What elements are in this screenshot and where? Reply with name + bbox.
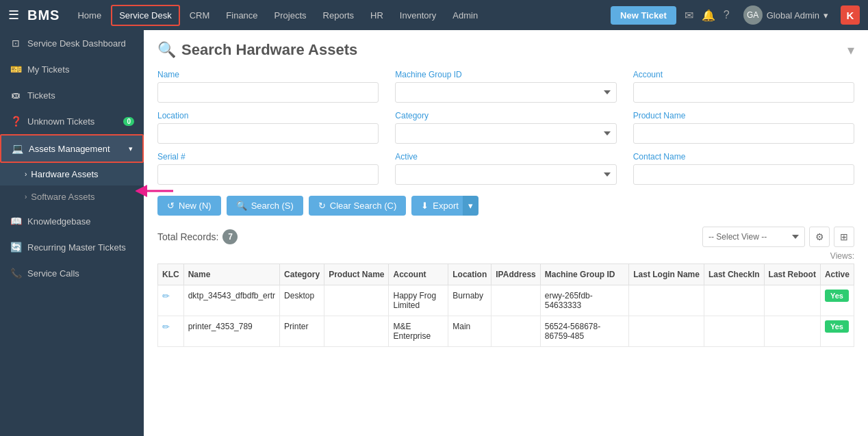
label-product-name: Product Name [633, 111, 854, 120]
select-view-dropdown[interactable]: -- Select View -- [702, 227, 805, 247]
help-icon[interactable]: ? [724, 9, 730, 21]
table-body: ✏ dktp_34543_dfbdfb_ertr Desktop Happy F… [158, 285, 854, 347]
search-header: 🔍 Search Hardware Assets ▾ [157, 41, 854, 59]
main-layout: ⊡ Service Desk Dashboard 🎫 My Tickets 🎟 … [0, 30, 868, 436]
edit-icon-2[interactable]: ✏ [162, 322, 170, 332]
select-machine-group-id[interactable] [395, 82, 616, 103]
table-row: ✏ dktp_34543_dfbdfb_ertr Desktop Happy F… [158, 285, 854, 316]
input-serial[interactable] [157, 164, 379, 185]
select-category[interactable] [395, 123, 616, 144]
view-columns-button[interactable]: ⊞ [834, 227, 854, 247]
field-account: Account [633, 70, 854, 103]
sidebar-label-assets-management: Assets Management [29, 144, 123, 154]
service-calls-icon: 📞 [10, 268, 22, 279]
collapse-button[interactable]: ▾ [847, 42, 854, 58]
hamburger-icon[interactable]: ☰ [8, 8, 19, 23]
sidebar-item-my-tickets[interactable]: 🎫 My Tickets [0, 56, 144, 82]
export-icon: ⬇ [421, 201, 429, 211]
col-active: Active [820, 264, 854, 285]
sidebar-label-unknown-tickets: Unknown Tickets [27, 116, 118, 127]
my-tickets-icon: 🎫 [10, 64, 22, 75]
cell-last-login-1 [629, 285, 704, 316]
export-button[interactable]: ⬇ Export [411, 196, 468, 216]
input-name[interactable] [157, 82, 379, 103]
total-records-badge: 7 [222, 229, 238, 244]
nav-links: Home Service Desk CRM Finance Projects R… [71, 5, 611, 26]
col-last-login-name: Last Login Name [629, 264, 704, 285]
sidebar-item-service-calls[interactable]: 📞 Service Calls [0, 260, 144, 286]
clear-search-button[interactable]: ↻ Clear Search (C) [309, 196, 407, 216]
mail-icon[interactable]: ✉ [685, 9, 693, 22]
bell-icon[interactable]: 🔔 [702, 9, 715, 22]
cell-machine-group-id-1: erwy-265fdb-54633333 [540, 285, 628, 316]
unknown-tickets-badge: 0 [123, 117, 134, 126]
cell-location-2: Main [448, 316, 492, 347]
cell-name-1: dktp_34543_dfbdfb_ertr [183, 285, 279, 316]
nav-inventory[interactable]: Inventory [393, 6, 443, 25]
main-content: 🔍 Search Hardware Assets ▾ Name Machine … [144, 30, 868, 436]
col-machine-group-id: Machine Group ID [540, 264, 628, 285]
sidebar-label-service-calls: Service Calls [27, 268, 134, 279]
view-settings-button[interactable]: ⚙ [809, 227, 830, 247]
cell-category-1: Desktop [280, 285, 324, 316]
field-active: Active [395, 152, 616, 185]
user-avatar: GA [743, 5, 763, 25]
col-category: Category [280, 264, 324, 285]
cell-last-checkin-2 [704, 316, 764, 347]
col-klc: KLC [158, 264, 184, 285]
sidebar-label-my-tickets: My Tickets [27, 64, 134, 75]
sidebar-item-hardware-assets[interactable]: › Hardware Assets [0, 163, 144, 185]
sidebar-label-dashboard: Service Desk Dashboard [27, 38, 134, 49]
sidebar: ⊡ Service Desk Dashboard 🎫 My Tickets 🎟 … [0, 30, 144, 436]
cell-last-login-2 [629, 316, 704, 347]
input-account[interactable] [633, 82, 854, 103]
nav-home[interactable]: Home [71, 6, 108, 25]
sidebar-label-software-assets: Software Assets [31, 192, 94, 202]
total-records-label: Total Records: [157, 231, 218, 242]
nav-projects[interactable]: Projects [268, 6, 314, 25]
cell-category-2: Printer [280, 316, 324, 347]
label-name: Name [157, 70, 379, 79]
sidebar-item-unknown-tickets[interactable]: ❓ Unknown Tickets 0 [0, 108, 144, 134]
user-menu[interactable]: GA Global Admin ▾ [743, 5, 828, 25]
nav-admin[interactable]: Admin [446, 6, 485, 25]
label-contact-name: Contact Name [633, 152, 854, 162]
nav-hr[interactable]: HR [363, 6, 390, 25]
sidebar-item-tickets[interactable]: 🎟 Tickets [0, 82, 144, 108]
cell-klc-2: ✏ [158, 316, 184, 347]
edit-icon-1[interactable]: ✏ [162, 291, 170, 301]
col-last-reboot: Last Reboot [764, 264, 820, 285]
select-active[interactable] [395, 164, 616, 185]
views-label: Views: [830, 251, 854, 261]
clear-button-label: Clear Search (C) [330, 201, 397, 211]
col-ipaddress: IPAddress [492, 264, 540, 285]
sidebar-item-software-assets[interactable]: › Software Assets [0, 185, 144, 208]
search-button[interactable]: 🔍 Search (S) [227, 196, 303, 216]
tickets-icon: 🎟 [10, 90, 22, 101]
input-product-name[interactable] [633, 123, 854, 144]
input-location[interactable] [157, 123, 379, 144]
input-contact-name[interactable] [633, 164, 854, 185]
unknown-tickets-icon: ❓ [10, 116, 22, 127]
page-title: 🔍 Search Hardware Assets [157, 41, 357, 59]
sidebar-item-knowledgebase[interactable]: 📖 Knowledgebase [0, 208, 144, 234]
nav-crm[interactable]: CRM [183, 6, 217, 25]
new-ticket-button[interactable]: New Ticket [611, 6, 676, 25]
assets-arrow-icon: ▾ [129, 144, 133, 153]
content-wrapper: 🔍 Search Hardware Assets ▾ Name Machine … [157, 41, 854, 347]
nav-service-desk[interactable]: Service Desk [111, 5, 180, 26]
export-dropdown-button[interactable]: ▾ [463, 196, 478, 216]
search-button-label: Search (S) [251, 201, 294, 211]
search-title-icon: 🔍 [157, 41, 176, 59]
sidebar-item-recurring-master[interactable]: 🔄 Recurring Master Tickets [0, 234, 144, 260]
page-title-text: Search Hardware Assets [181, 41, 357, 59]
new-button[interactable]: ↺ New (N) [157, 196, 221, 216]
k-logo-icon[interactable]: K [841, 5, 860, 25]
sidebar-item-service-desk-dashboard[interactable]: ⊡ Service Desk Dashboard [0, 30, 144, 56]
sidebar-item-assets-management[interactable]: 💻 Assets Management ▾ [0, 134, 144, 163]
nav-reports[interactable]: Reports [316, 6, 361, 25]
nav-icon-group: ✉ 🔔 ? GA Global Admin ▾ K [685, 5, 860, 25]
cell-machine-group-id-2: 56524-568678-86759-485 [540, 316, 628, 347]
user-label: Global Admin [767, 10, 819, 21]
nav-finance[interactable]: Finance [219, 6, 264, 25]
